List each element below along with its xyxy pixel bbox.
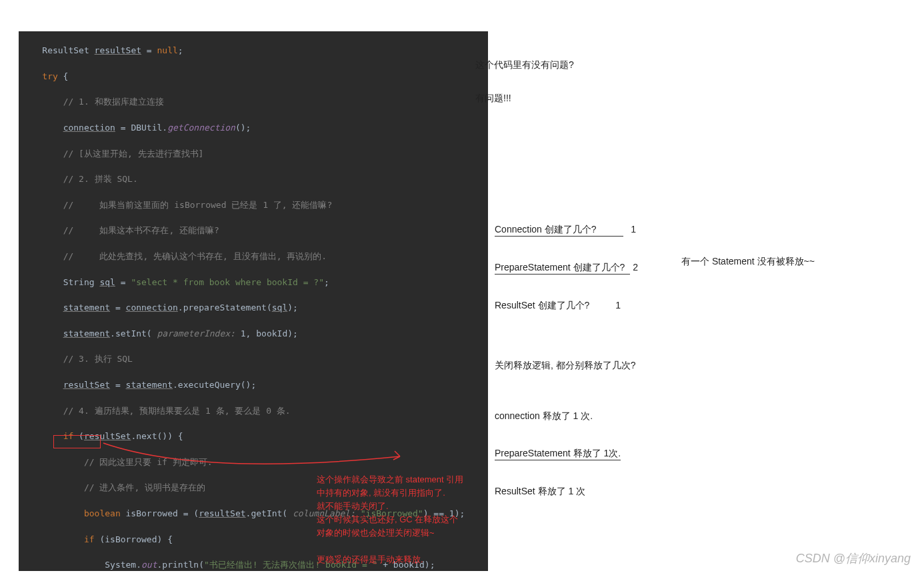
counts-block: Connection 创建了几个? 1 PrepareStatement 创建了… (495, 203, 638, 519)
notes-panel: 这个代码里有没有问题? 有问题!!! Connection 创建了几个? 1 P… (488, 0, 924, 573)
code-line: connection = DBUtil.getConnection(); (21, 121, 488, 134)
watermark: CSDN @信仰xinyang (796, 550, 911, 566)
code-line: try { (21, 70, 488, 83)
code-line: // 1. 和数据库建立连接 (21, 95, 488, 108)
code-line: // 此处先查找, 先确认这个书存在, 且没有借出, 再说别的. (21, 250, 488, 263)
note-question: 这个代码里有没有问题? 有问题!!! (475, 38, 574, 126)
annotation-text: 这个操作就会导致之前 statement 引用 中持有的对象, 就没有引用指向了… (317, 473, 463, 566)
side-note: 有一个 Statement 没有被释放~~ (681, 256, 815, 268)
code-line: statement = connection.prepareStatement(… (21, 301, 488, 314)
code-line: // 3. 执行 SQL (21, 352, 488, 365)
code-line: // 2. 拼装 SQL. (21, 173, 488, 185)
code-line: String sql = "select * from book where b… (21, 276, 488, 288)
code-line: // [从这里开始, 先去进行查找书] (21, 147, 488, 160)
code-line: // 4. 遍历结果, 预期结果要么是 1 条, 要么是 0 条. (21, 404, 488, 417)
highlight-box (53, 435, 101, 448)
code-line: // 因此这里只要 if 判定即可. (21, 456, 488, 468)
code-line: resultSet = statement.executeQuery(); (21, 378, 488, 391)
code-line: statement.setInt( parameterIndex: 1, boo… (21, 327, 488, 340)
code-line: ResultSet resultSet = null; (21, 44, 488, 57)
code-line: // 如果当前这里面的 isBorrowed 已经是 1 了, 还能借嘛? (21, 199, 488, 211)
code-line: // 如果这本书不存在, 还能借嘛? (21, 224, 488, 237)
